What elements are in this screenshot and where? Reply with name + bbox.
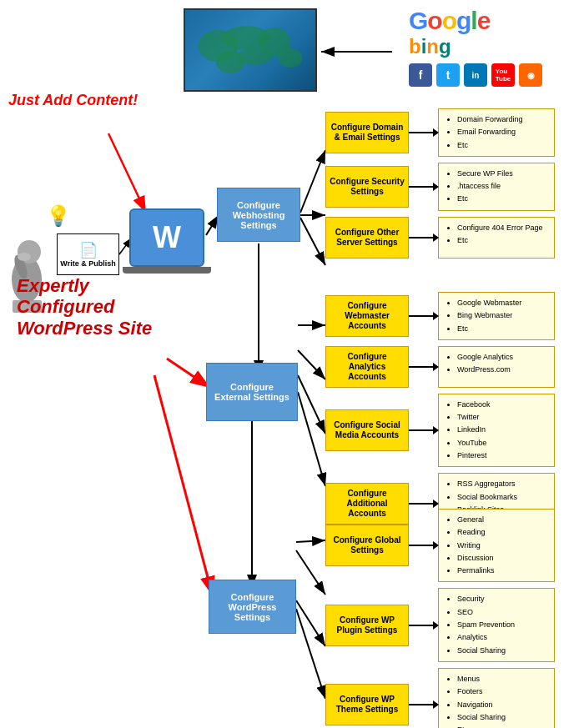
webhosting-section: Configure Domain & Email Settings Domain… bbox=[325, 108, 584, 264]
arrow-server bbox=[409, 237, 438, 238]
write-publish-box: 📄 Write & Publish bbox=[57, 233, 119, 275]
arrow-analytics bbox=[409, 366, 438, 368]
facebook-icon: f bbox=[409, 63, 432, 87]
write-publish-label: Write & Publish bbox=[60, 259, 115, 268]
plugin-settings-box: Configure WP Plugin Settings bbox=[325, 605, 409, 646]
external-section: Configure Webmaster Accounts Google Webm… bbox=[325, 292, 584, 540]
webhosting-label: Configure Webhosting Settings bbox=[222, 200, 295, 230]
webhosting-box: Configure Webhosting Settings bbox=[217, 188, 300, 242]
google-logo: Google bbox=[409, 8, 576, 33]
svg-line-19 bbox=[154, 375, 213, 596]
wp-row-1: Configure Global Settings General Readin… bbox=[325, 509, 584, 582]
global-bullets: General Reading Writing Discussion Perma… bbox=[438, 509, 555, 582]
page: Google bing f t in YouTube ◉ Just Add Co… bbox=[0, 0, 584, 728]
rss-icon: ◉ bbox=[519, 63, 542, 87]
analytics-bullets: Google Analytics WordPress.com bbox=[438, 346, 555, 388]
svg-line-23 bbox=[296, 609, 325, 699]
svg-line-21 bbox=[296, 550, 325, 595]
domain-bullets: Domain Forwarding Email Forwarding Etc bbox=[438, 108, 555, 157]
global-settings-box: Configure Global Settings bbox=[325, 525, 409, 566]
social-media-bullets: Facebook Twitter LinkedIn YouTube Pinter… bbox=[438, 394, 555, 467]
svg-line-18 bbox=[167, 359, 210, 388]
arrow-webmaster bbox=[409, 315, 438, 317]
arrow-domain bbox=[409, 132, 438, 133]
svg-line-7 bbox=[300, 150, 325, 213]
security-bullets: Secure WP Files .htaccess file Etc bbox=[438, 163, 555, 211]
svg-line-9 bbox=[300, 218, 325, 265]
webmaster-box: Configure Webmaster Accounts bbox=[325, 295, 409, 337]
server-bullets: Configure 404 Error Page Etc bbox=[438, 217, 555, 259]
social-media-box: Configure Social Media Accounts bbox=[325, 409, 409, 451]
arrow-additional bbox=[409, 503, 438, 505]
expertly-configured-text: Expertly Configured WordPress Site bbox=[17, 275, 184, 339]
youtube-icon: YouTube bbox=[491, 63, 515, 87]
webmaster-bullets: Google Webmaster Bing Webmaster Etc bbox=[438, 292, 555, 340]
external-row-2: Configure Analytics Accounts Google Anal… bbox=[325, 346, 584, 388]
theme-bullets: Menus Footers Navigation Social Sharing … bbox=[438, 668, 555, 728]
just-add-content: Just Add Content! bbox=[8, 92, 138, 110]
external-label: Configure External Settings bbox=[211, 382, 293, 402]
external-box: Configure External Settings bbox=[206, 363, 298, 421]
world-map bbox=[184, 8, 317, 92]
svg-line-4 bbox=[108, 133, 146, 213]
webhosting-row-2: Configure Security Settings Secure WP Fi… bbox=[325, 163, 584, 211]
wordpress-box: Configure WordPress Settings bbox=[209, 580, 296, 634]
arrow-plugin bbox=[409, 625, 438, 626]
bing-logo: bing bbox=[409, 35, 576, 58]
external-row-1: Configure Webmaster Accounts Google Webm… bbox=[325, 292, 584, 340]
svg-line-22 bbox=[296, 600, 325, 646]
external-row-3: Configure Social Media Accounts Facebook… bbox=[325, 394, 584, 467]
lightbulb-icon: 💡 bbox=[46, 204, 71, 228]
webhosting-row-1: Configure Domain & Email Settings Domain… bbox=[325, 108, 584, 157]
svg-point-27 bbox=[279, 48, 303, 68]
linkedin-icon: in bbox=[464, 63, 487, 87]
theme-settings-box: Configure WP Theme Settings bbox=[325, 684, 409, 725]
arrow-social-media bbox=[409, 429, 438, 431]
twitter-icon: t bbox=[436, 63, 460, 87]
brands-area: Google bing f t in YouTube ◉ bbox=[409, 8, 576, 87]
svg-line-15 bbox=[298, 392, 325, 486]
svg-line-13 bbox=[298, 350, 325, 379]
wp-row-3: Configure WP Theme Settings Menus Footer… bbox=[325, 668, 584, 728]
wp-row-2: Configure WP Plugin Settings Security SE… bbox=[325, 588, 584, 661]
security-settings-box: Configure Security Settings bbox=[325, 166, 409, 208]
domain-email-box: Configure Domain & Email Settings bbox=[325, 112, 409, 153]
other-server-box: Configure Other Server Settings bbox=[325, 217, 409, 259]
webhosting-row-3: Configure Other Server Settings Configur… bbox=[325, 217, 584, 259]
wordpress-label: Configure WordPress Settings bbox=[214, 592, 291, 622]
wp-laptop: W bbox=[129, 208, 204, 267]
wordpress-section: Configure Global Settings General Readin… bbox=[325, 509, 584, 728]
svg-point-29 bbox=[237, 48, 272, 64]
arrow-theme bbox=[409, 704, 438, 705]
svg-line-14 bbox=[298, 375, 325, 434]
arrow-global bbox=[409, 545, 438, 546]
analytics-box: Configure Analytics Accounts bbox=[325, 346, 409, 388]
social-icons-row: f t in YouTube ◉ bbox=[409, 63, 576, 87]
svg-point-34 bbox=[18, 253, 31, 261]
svg-line-20 bbox=[296, 540, 325, 542]
arrow-security bbox=[409, 186, 438, 188]
plugin-bullets: Security SEO Spam Prevention Analytics S… bbox=[438, 588, 555, 661]
